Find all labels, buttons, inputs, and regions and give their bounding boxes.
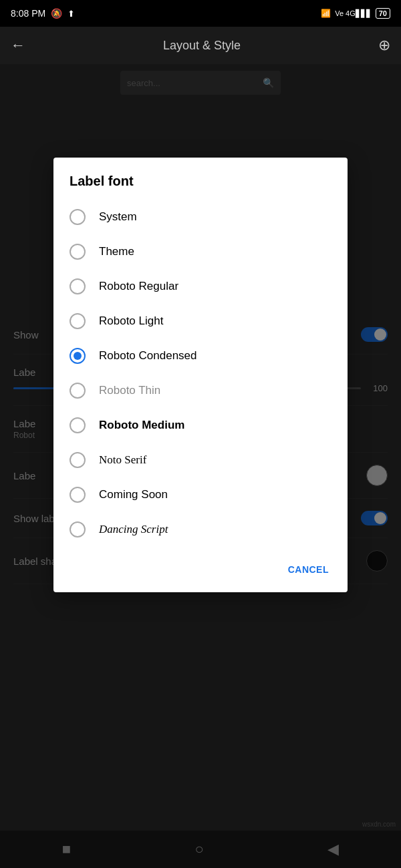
font-options-list: System Theme Roboto Regular Roboto Light — [53, 200, 348, 547]
option-roboto-light[interactable]: Roboto Light — [53, 304, 348, 339]
option-label-roboto-condensed: Roboto Condensed — [99, 349, 197, 363]
radio-roboto-regular — [70, 278, 86, 294]
radio-noto-serif — [70, 452, 86, 468]
status-right: 📶 Ve 4G▋▋▋ 70 — [321, 8, 390, 19]
mute-icon: 🔕 — [51, 8, 62, 19]
option-roboto-medium[interactable]: Roboto Medium — [53, 408, 348, 443]
option-coming-soon[interactable]: Coming Soon — [53, 477, 348, 512]
radio-roboto-medium — [70, 417, 86, 433]
radio-theme — [70, 244, 86, 260]
app-bar: ← Layout & Style ⊕ — [0, 27, 401, 64]
option-theme[interactable]: Theme — [53, 234, 348, 269]
option-label-dancing-script: Dancing Script — [99, 523, 168, 536]
option-label-roboto-medium: Roboto Medium — [99, 419, 184, 432]
option-label-roboto-thin: Roboto Thin — [99, 384, 160, 397]
dialog-actions: CANCEL — [53, 552, 348, 592]
option-label-coming-soon: Coming Soon — [99, 488, 168, 501]
option-system[interactable]: System — [53, 200, 348, 234]
option-label-roboto-regular: Roboto Regular — [99, 280, 178, 293]
option-label-system: System — [99, 210, 137, 224]
wifi-icon: 📶 — [321, 9, 331, 18]
status-bar: 8:08 PM 🔕 ⬆ 📶 Ve 4G▋▋▋ 70 — [0, 0, 401, 27]
option-noto-serif[interactable]: Noto Serif — [53, 443, 348, 477]
signal-icons: Ve 4G▋▋▋ — [335, 9, 372, 18]
option-label-theme: Theme — [99, 245, 134, 258]
option-label-noto-serif: Noto Serif — [99, 453, 146, 467]
upload-icon: ⬆ — [68, 9, 75, 19]
dialog-overlay: Label font System Theme Roboto Regular — [0, 64, 401, 868]
radio-dancing-script — [70, 521, 86, 537]
time: 8:08 PM — [11, 8, 45, 19]
option-roboto-regular[interactable]: Roboto Regular — [53, 269, 348, 304]
radio-roboto-condensed — [70, 348, 86, 364]
cancel-button[interactable]: CANCEL — [280, 558, 337, 582]
radio-roboto-light — [70, 313, 86, 329]
back-button[interactable]: ← — [11, 37, 25, 54]
dialog-title: Label font — [53, 174, 348, 200]
battery-indicator: 70 — [376, 8, 390, 19]
label-font-dialog: Label font System Theme Roboto Regular — [53, 158, 348, 592]
search-button[interactable]: ⊕ — [378, 37, 390, 54]
app-bar-title: Layout & Style — [163, 39, 241, 53]
option-roboto-condensed[interactable]: Roboto Condensed — [53, 339, 348, 373]
option-dancing-script[interactable]: Dancing Script — [53, 512, 348, 547]
option-label-roboto-light: Roboto Light — [99, 314, 163, 328]
radio-coming-soon — [70, 487, 86, 503]
radio-system — [70, 209, 86, 225]
radio-roboto-thin — [70, 383, 86, 399]
status-left: 8:08 PM 🔕 ⬆ — [11, 8, 75, 19]
option-roboto-thin[interactable]: Roboto Thin — [53, 373, 348, 408]
background-content: search... 🔍 Show Labe 100 Labe Robot — [0, 64, 401, 868]
